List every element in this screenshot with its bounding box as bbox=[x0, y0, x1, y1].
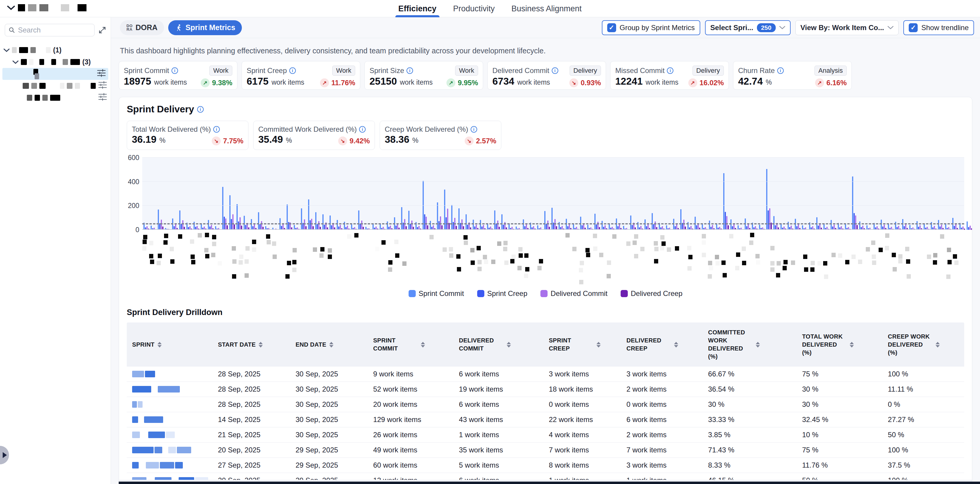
bar-group[interactable] bbox=[208, 220, 215, 230]
bar-group[interactable] bbox=[179, 210, 186, 230]
select-sprints-dropdown[interactable]: Select Spri... 250 bbox=[705, 20, 791, 35]
table-row[interactable]: 28 Sep, 202530 Sep, 202552 work items19 … bbox=[127, 382, 964, 397]
filter-sliders-icon[interactable] bbox=[98, 93, 107, 101]
column-header-creep-work-delivered[interactable]: CREEP WORK DELIVERED (%) bbox=[883, 322, 964, 367]
expand-icon[interactable] bbox=[98, 26, 107, 34]
bar-group[interactable] bbox=[473, 220, 480, 230]
metric-card-committed-work-delivered-[interactable]: Committed Work Delivered (%)i35.49%↘9.42… bbox=[253, 121, 375, 150]
tab-business-alignment[interactable]: Business Alignment bbox=[511, 0, 582, 17]
sort-icon[interactable] bbox=[421, 342, 425, 348]
search-input[interactable] bbox=[18, 26, 91, 34]
metric-card-sprint-creep[interactable]: Sprint CreepiWork6175work items↗11.76% bbox=[242, 61, 360, 90]
metric-card-sprint-commit[interactable]: Sprint CommitiWork18975work items↗9.38% bbox=[119, 61, 237, 90]
table-row[interactable]: 21 Sep, 202530 Sep, 202526 work items1 w… bbox=[127, 427, 964, 443]
bar-group[interactable] bbox=[916, 221, 924, 230]
sort-icon[interactable] bbox=[259, 342, 263, 348]
tree-node-level2[interactable]: (3) bbox=[0, 56, 111, 68]
info-icon[interactable]: i bbox=[777, 67, 784, 74]
bar-group[interactable] bbox=[401, 207, 408, 230]
bar-group[interactable] bbox=[716, 224, 723, 230]
table-row[interactable]: 28 Sep, 202530 Sep, 20259 work items6 wo… bbox=[127, 367, 964, 382]
info-icon[interactable]: i bbox=[197, 106, 204, 113]
bar-group[interactable] bbox=[480, 220, 487, 230]
legend-item-sprint-commit[interactable]: Sprint Commit bbox=[409, 289, 464, 298]
bar-group[interactable] bbox=[924, 224, 931, 230]
bar-group[interactable] bbox=[830, 220, 838, 230]
bar-group[interactable] bbox=[229, 195, 237, 230]
filter-sliders-icon[interactable] bbox=[97, 69, 106, 77]
tree-leaf-selected[interactable] bbox=[2, 68, 108, 80]
sort-icon[interactable] bbox=[158, 342, 162, 348]
tree-leaf[interactable] bbox=[0, 80, 111, 92]
bar-group[interactable] bbox=[773, 216, 781, 230]
bar-group[interactable] bbox=[337, 220, 344, 230]
bar-group[interactable] bbox=[286, 205, 294, 230]
bar-group[interactable] bbox=[594, 214, 601, 230]
tab-productivity[interactable]: Productivity bbox=[453, 0, 495, 17]
bar-group[interactable] bbox=[387, 221, 394, 230]
app-logo-redacted[interactable] bbox=[7, 4, 86, 11]
bar-group[interactable] bbox=[237, 204, 243, 230]
sort-icon[interactable] bbox=[329, 342, 333, 348]
checkbox-checked-icon[interactable]: ✓ bbox=[909, 23, 918, 32]
bar-group[interactable] bbox=[322, 214, 329, 230]
bar-group[interactable] bbox=[523, 219, 530, 230]
table-row[interactable]: 27 Sep, 202529 Sep, 202560 work items5 w… bbox=[127, 458, 964, 473]
bar-group[interactable] bbox=[358, 210, 365, 230]
bar-group[interactable] bbox=[308, 199, 315, 230]
tab-efficiency[interactable]: Efficiency bbox=[398, 0, 437, 17]
bar-group[interactable] bbox=[852, 176, 859, 230]
sort-icon[interactable] bbox=[756, 342, 760, 348]
bar-group[interactable] bbox=[938, 220, 945, 230]
bar-group[interactable] bbox=[551, 208, 558, 230]
bar-group[interactable] bbox=[630, 216, 637, 230]
bar-group[interactable] bbox=[644, 219, 652, 230]
view-by-dropdown[interactable]: View By: Work Item Co... bbox=[795, 20, 899, 35]
info-icon[interactable]: i bbox=[289, 67, 296, 74]
show-trendline-toggle[interactable]: ✓ Show trendline bbox=[904, 20, 974, 35]
info-icon[interactable]: i bbox=[172, 67, 178, 74]
bar-group[interactable] bbox=[601, 221, 609, 230]
column-header-sprint[interactable]: SPRINT bbox=[127, 322, 213, 367]
info-icon[interactable]: i bbox=[213, 126, 220, 133]
bar-group[interactable] bbox=[723, 173, 730, 230]
table-row[interactable]: 14 Sep, 202530 Sep, 2025129 work items43… bbox=[127, 412, 964, 427]
column-header-start-date[interactable]: START DATE bbox=[213, 322, 290, 367]
bar-group[interactable] bbox=[329, 216, 337, 230]
checkbox-checked-icon[interactable]: ✓ bbox=[607, 23, 616, 32]
table-row[interactable]: 20 Sep, 202529 Sep, 202549 work items35 … bbox=[127, 443, 964, 458]
column-header-delivered-creep[interactable]: DELIVERED CREEP bbox=[621, 322, 703, 367]
column-header-committed-work-delivered[interactable]: COMMITTED WORK DELIVERED (%) bbox=[703, 322, 797, 367]
tree-node-level1[interactable]: (1) bbox=[0, 44, 111, 56]
metric-card-total-work-delivered-[interactable]: Total Work Delivered (%)i36.19%↘7.75% bbox=[127, 121, 248, 150]
legend-item-sprint-creep[interactable]: Sprint Creep bbox=[477, 289, 528, 298]
bar-group[interactable] bbox=[451, 205, 458, 230]
bar-group[interactable] bbox=[301, 208, 308, 230]
bar-group[interactable] bbox=[788, 222, 795, 230]
column-header-end-date[interactable]: END DATE bbox=[290, 322, 368, 367]
sort-icon[interactable] bbox=[935, 342, 940, 348]
info-icon[interactable]: i bbox=[667, 67, 673, 74]
tree-leaf[interactable] bbox=[0, 92, 111, 104]
column-header-sprint-creep[interactable]: SPRINT CREEP bbox=[543, 322, 621, 367]
bar-group[interactable] bbox=[466, 214, 473, 230]
sort-icon[interactable] bbox=[674, 342, 678, 348]
sort-icon[interactable] bbox=[507, 342, 511, 348]
bar-group[interactable] bbox=[315, 212, 322, 230]
metric-card-sprint-size[interactable]: Sprint SizeiWork25150work items↗9.95% bbox=[364, 61, 483, 90]
bar-group[interactable] bbox=[544, 211, 551, 230]
bar-group[interactable] bbox=[766, 169, 773, 230]
column-header-total-work-delivered[interactable]: TOTAL WORK DELIVERED (%) bbox=[797, 322, 883, 367]
bar-group[interactable] bbox=[437, 202, 444, 230]
bar-group[interactable] bbox=[158, 209, 165, 230]
dora-tab-button[interactable]: DORA DORA bbox=[120, 20, 164, 35]
filter-sliders-icon[interactable] bbox=[98, 81, 107, 89]
bar-group[interactable] bbox=[709, 221, 716, 230]
bar-group[interactable] bbox=[430, 221, 437, 230]
bar-group[interactable] bbox=[258, 212, 265, 230]
bar-group[interactable] bbox=[501, 214, 509, 230]
bar-group[interactable] bbox=[730, 219, 738, 230]
bar-group[interactable] bbox=[652, 213, 659, 230]
bar-group[interactable] bbox=[609, 224, 616, 230]
bar-group[interactable] bbox=[680, 209, 687, 230]
